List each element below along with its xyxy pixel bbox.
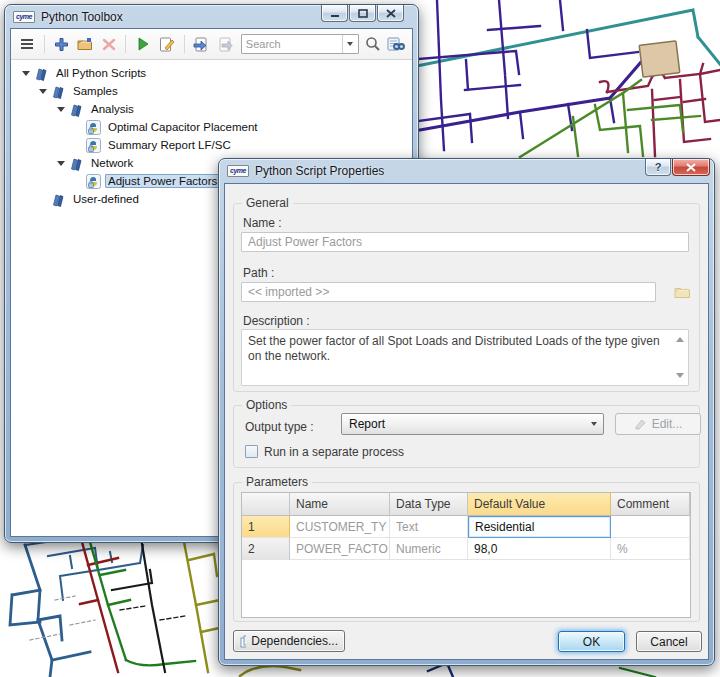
param-comment-cell[interactable]: %	[611, 538, 690, 560]
folder-icon	[68, 102, 84, 117]
column-header-default-value[interactable]: Default Value	[468, 493, 611, 516]
description-label: Description :	[243, 314, 310, 328]
export-script-icon[interactable]	[215, 34, 235, 54]
folder-icon	[50, 192, 66, 207]
param-name-cell[interactable]: POWER_FACTO	[290, 538, 390, 560]
python-script-icon	[85, 138, 101, 153]
param-comment-cell[interactable]	[611, 516, 690, 538]
output-type-dropdown[interactable]: Report	[341, 413, 604, 435]
folder-icon	[33, 66, 49, 81]
dependencies-button[interactable]: Dependencies...	[233, 630, 345, 652]
search-icon[interactable]	[363, 34, 383, 54]
column-header-data-type[interactable]: Data Type	[390, 493, 468, 516]
pages-icon	[240, 635, 246, 648]
dialog-titlebar[interactable]: cyme Python Script Properties ?	[219, 159, 714, 183]
search-input[interactable]	[242, 38, 342, 50]
row-header[interactable]: 2	[242, 538, 290, 560]
cancel-button[interactable]: Cancel	[636, 631, 702, 652]
dependencies-button-label: Dependencies...	[251, 634, 338, 648]
help-icon: ?	[655, 161, 662, 173]
param-default-cell-selected[interactable]: Residential	[468, 516, 611, 538]
expander-icon[interactable]	[54, 161, 68, 166]
tree-item-label: Summary Report LF/SC	[105, 138, 234, 152]
find-in-scripts-icon[interactable]	[386, 34, 406, 54]
name-label: Name :	[243, 216, 282, 230]
toolbox-toolbar	[11, 29, 412, 60]
parameter-row: 2 POWER_FACTO Numeric 98,0 %	[242, 538, 690, 560]
help-button[interactable]: ?	[645, 159, 671, 176]
tree-item-summary-report-lfsc[interactable]: Summary Report LF/SC	[11, 136, 412, 154]
edit-script-icon[interactable]	[157, 34, 177, 54]
path-label: Path :	[243, 266, 274, 280]
ok-button-label: OK	[583, 635, 600, 649]
search-combobox[interactable]	[241, 34, 359, 54]
cancel-button-label: Cancel	[650, 635, 687, 649]
options-group: Options Output type : Report Edit... Run…	[233, 398, 700, 468]
column-header-num[interactable]	[242, 493, 290, 516]
search-dropdown-button[interactable]	[342, 35, 358, 53]
ok-button[interactable]: OK	[558, 631, 625, 652]
parameters-group: Parameters Name Data Type Default Value …	[233, 475, 700, 622]
pencil-icon	[634, 418, 647, 430]
run-script-icon[interactable]	[133, 34, 153, 54]
toolbox-title: Python Toolbox	[41, 10, 123, 24]
parameter-row: 1 CUSTOMER_TY Text Residential	[242, 516, 690, 538]
toolbar-separator	[125, 35, 126, 53]
minimize-button[interactable]	[321, 5, 348, 22]
scroll-up-icon[interactable]	[676, 337, 684, 342]
toolbar-separator	[44, 35, 45, 53]
column-header-comment[interactable]: Comment	[611, 493, 690, 516]
tree-item-label-selected: Adjust Power Factors	[105, 174, 220, 188]
close-button[interactable]	[377, 5, 404, 22]
import-script-icon[interactable]	[192, 34, 212, 54]
tree-item-label: User-defined	[70, 192, 142, 206]
param-type-cell[interactable]: Text	[390, 516, 468, 538]
tree-item-optimal-capacitor-placement[interactable]: Optimal Capacitor Placement	[11, 118, 412, 136]
chevron-down-icon	[347, 42, 353, 46]
column-header-name[interactable]: Name	[290, 493, 390, 516]
tree-item-samples[interactable]: Samples	[11, 82, 412, 100]
chevron-down-icon	[591, 422, 597, 426]
parameters-group-label: Parameters	[242, 475, 312, 489]
tree-item-label: Samples	[70, 84, 121, 98]
browse-folder-icon[interactable]	[672, 283, 692, 301]
python-script-icon	[85, 174, 101, 189]
tree-item-all-python-scripts[interactable]: All Python Scripts	[11, 64, 412, 82]
param-type-cell[interactable]: Numeric	[390, 538, 468, 560]
scroll-down-icon[interactable]	[676, 373, 684, 378]
new-folder-icon[interactable]	[75, 34, 95, 54]
parameters-header-row: Name Data Type Default Value Comment	[242, 493, 690, 516]
expander-icon[interactable]	[19, 71, 33, 76]
edit-button-label: Edit...	[652, 417, 683, 431]
delete-icon[interactable]	[99, 34, 119, 54]
param-name-cell[interactable]: CUSTOMER_TY	[290, 516, 390, 538]
cyme-logo: cyme	[13, 11, 35, 23]
path-field[interactable]	[241, 282, 656, 302]
row-header[interactable]: 1	[242, 516, 290, 538]
output-type-dropdown-button[interactable]	[585, 414, 603, 434]
description-box[interactable]: Set the power factor of all Spot Loads a…	[241, 329, 689, 386]
edit-button[interactable]: Edit...	[615, 413, 701, 435]
general-group-label: General	[242, 196, 293, 210]
maximize-button[interactable]	[349, 5, 376, 22]
python-script-icon	[85, 120, 101, 135]
expander-icon[interactable]	[54, 107, 68, 112]
run-separate-process-checkbox[interactable]	[245, 445, 258, 458]
tree-item-label: Optimal Capacitor Placement	[105, 120, 261, 134]
output-type-value: Report	[342, 417, 585, 431]
menu-icon[interactable]	[17, 34, 37, 54]
tree-item-analysis[interactable]: Analysis	[11, 100, 412, 118]
close-button[interactable]	[672, 159, 710, 176]
name-field[interactable]	[241, 232, 689, 252]
output-type-label: Output type :	[245, 420, 314, 434]
tree-item-label: Analysis	[88, 102, 137, 116]
param-default-cell[interactable]: 98,0	[468, 538, 611, 560]
toolbox-titlebar[interactable]: cyme Python Toolbox	[5, 5, 418, 28]
expander-icon[interactable]	[36, 89, 50, 94]
tree-item-label: Network	[88, 156, 136, 170]
folder-icon	[68, 156, 84, 171]
add-script-icon[interactable]	[52, 34, 72, 54]
run-separate-process-label: Run in a separate process	[264, 445, 404, 459]
toolbar-separator	[184, 35, 185, 53]
cyme-logo: cyme	[227, 165, 249, 177]
